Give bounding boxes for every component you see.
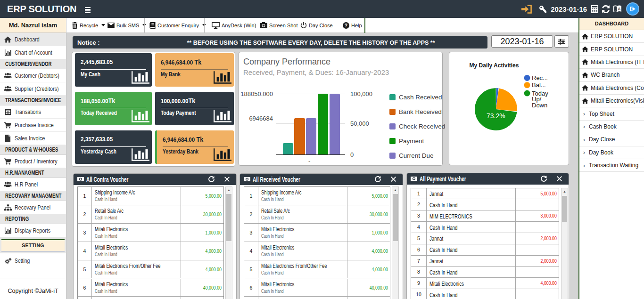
svg-text:Bal...: Bal... [532, 81, 546, 89]
svg-text:73.2%: 73.2% [487, 112, 505, 120]
svg-text:Down: Down [532, 102, 547, 109]
svg-text:Rec...: Rec... [532, 74, 548, 81]
